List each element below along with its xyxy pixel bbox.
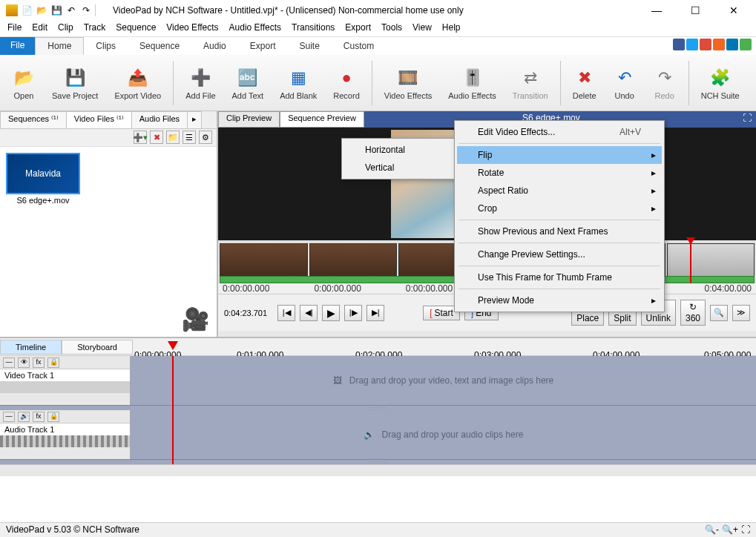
step-back-button[interactable]: ◀| xyxy=(300,305,318,321)
menu-video-effects[interactable]: Video Effects xyxy=(166,22,218,35)
tab-export[interactable]: Export xyxy=(238,37,288,55)
add-file-button[interactable]: ➕Add File xyxy=(178,65,223,102)
tab-custom[interactable]: Custom xyxy=(332,37,386,55)
zoom-out-icon[interactable]: 🔍- xyxy=(705,524,719,536)
bin-options-icon[interactable]: ⚙ xyxy=(199,131,212,144)
tab-clip-preview[interactable]: Clip Preview xyxy=(218,111,280,128)
nch-suite-button[interactable]: 🧩NCH Suite xyxy=(694,65,747,102)
menu-audio-effects[interactable]: Audio Effects xyxy=(229,22,282,35)
twitter-icon[interactable] xyxy=(686,39,698,50)
menu-flip-vertical[interactable]: Vertical xyxy=(344,159,453,177)
audio-track-label[interactable]: Audio Track 1 xyxy=(0,424,130,435)
bin-tab-video-files[interactable]: Video Files ⁽¹⁾ xyxy=(66,111,132,128)
undo-icon[interactable]: ↶ xyxy=(65,4,77,16)
goto-start-button[interactable]: |◀ xyxy=(277,305,295,321)
menu-preview-settings[interactable]: Change Preview Settings... xyxy=(457,246,662,263)
menu-thumb-frame[interactable]: Use This Frame for Thumb Frame xyxy=(457,268,662,286)
transition-button[interactable]: ⇄Transition xyxy=(505,65,556,102)
menu-flip[interactable]: Flip▸ xyxy=(457,146,662,164)
more-button[interactable]: ≫ xyxy=(732,305,750,321)
speaker-icon[interactable]: 🔊 xyxy=(18,412,30,422)
fx-icon[interactable]: fx xyxy=(33,358,45,368)
bin-add-icon[interactable]: ➕▾ xyxy=(134,131,147,144)
tab-storyboard[interactable]: Storyboard xyxy=(62,340,133,355)
lock-icon[interactable]: 🔒 xyxy=(47,412,59,422)
audio-effects-button[interactable]: 🎚️Audio Effects xyxy=(441,65,504,102)
open-button[interactable]: 📂Open xyxy=(4,65,43,102)
tab-suite[interactable]: Suite xyxy=(287,37,331,55)
tab-home[interactable]: Home xyxy=(35,37,84,55)
bin-list-icon[interactable]: ☰ xyxy=(183,131,196,144)
save-icon[interactable]: 💾 xyxy=(50,4,62,16)
eye-icon[interactable]: 👁 xyxy=(18,358,30,368)
track-resize[interactable] xyxy=(0,381,130,393)
zoom-button[interactable]: 🔍 xyxy=(710,305,728,321)
help-icon[interactable] xyxy=(740,39,752,50)
zoom-in-icon[interactable]: 🔍+ xyxy=(722,524,738,536)
menu-view[interactable]: View xyxy=(412,22,432,35)
menu-edit-video-effects[interactable]: Edit Video Effects...Alt+V xyxy=(457,123,662,141)
open-icon[interactable]: 📂 xyxy=(36,4,47,16)
lock-icon[interactable]: 🔒 xyxy=(47,358,59,368)
fx-icon[interactable]: fx xyxy=(33,412,45,422)
timeline-playhead[interactable] xyxy=(172,356,174,464)
clip-thumbnail[interactable]: Malavida S6 edge+.mov xyxy=(6,153,80,205)
menu-aspect-ratio[interactable]: Aspect Ratio▸ xyxy=(457,182,662,200)
tab-clips[interactable]: Clips xyxy=(84,37,128,55)
fit-icon[interactable]: ⛶ xyxy=(741,524,750,536)
filmstrip-playhead[interactable] xyxy=(690,240,691,283)
track-resize[interactable] xyxy=(0,435,130,447)
bin-delete-icon[interactable]: ✖ xyxy=(150,131,163,144)
menu-flip-horizontal[interactable]: Horizontal xyxy=(344,141,453,159)
menu-rotate[interactable]: Rotate▸ xyxy=(457,164,662,182)
menu-clip[interactable]: Clip xyxy=(58,22,73,35)
maximize-button[interactable]: ☐ xyxy=(685,4,706,16)
bin-body[interactable]: Malavida S6 edge+.mov 🎥 xyxy=(0,147,217,337)
bin-tab-more[interactable]: ▸ xyxy=(187,111,202,128)
video-track-label[interactable]: Video Track 1 xyxy=(0,369,130,381)
tab-sequence-preview[interactable]: Sequence Preview xyxy=(280,111,364,128)
360-button[interactable]: ↻360 xyxy=(680,300,706,326)
menu-edit[interactable]: Edit xyxy=(32,22,47,35)
delete-button[interactable]: ✖Delete xyxy=(565,65,604,102)
facebook-icon[interactable] xyxy=(673,39,685,50)
menu-show-frames[interactable]: Show Previous and Next Frames xyxy=(457,223,662,240)
menu-transitions[interactable]: Transitions xyxy=(292,22,335,35)
bin-folder-icon[interactable]: 📁 xyxy=(166,131,180,144)
add-blank-button[interactable]: ▦Add Blank xyxy=(272,65,324,102)
menu-tools[interactable]: Tools xyxy=(381,22,402,35)
minimize-button[interactable]: — xyxy=(646,4,667,16)
menu-sequence[interactable]: Sequence xyxy=(116,22,156,35)
bin-tab-audio-files[interactable]: Audio Files xyxy=(131,111,188,128)
menu-help[interactable]: Help xyxy=(442,22,461,35)
close-button[interactable]: ✕ xyxy=(723,4,744,16)
collapse-icon[interactable]: — xyxy=(3,412,15,422)
undo-button[interactable]: ↶Undo xyxy=(605,65,644,102)
goto-end-button[interactable]: ▶| xyxy=(367,305,384,321)
redo-button[interactable]: ↷Redo xyxy=(645,65,684,102)
record-button[interactable]: ●Record xyxy=(326,65,367,102)
video-effects-button[interactable]: 🎞️Video Effects xyxy=(377,65,439,102)
google-plus-icon[interactable] xyxy=(700,39,711,50)
tab-audio[interactable]: Audio xyxy=(191,37,238,55)
timeline-scrollbar[interactable] xyxy=(0,464,756,476)
tab-sequence[interactable]: Sequence xyxy=(128,37,191,55)
menu-crop[interactable]: Crop▸ xyxy=(457,200,662,217)
preview-expand-icon[interactable]: ⛶ xyxy=(738,111,756,128)
save-project-button[interactable]: 💾Save Project xyxy=(45,65,105,102)
redo-icon[interactable]: ↷ xyxy=(80,4,92,16)
add-text-button[interactable]: 🔤Add Text xyxy=(225,65,272,102)
track-grip[interactable]: :::::: xyxy=(0,460,756,464)
menu-track[interactable]: Track xyxy=(84,22,106,35)
video-track-body[interactable]: 🖼 Drag and drop your video, text and ima… xyxy=(131,356,756,405)
menu-file[interactable]: File xyxy=(7,22,22,35)
collapse-icon[interactable]: — xyxy=(3,358,15,368)
audio-track-body[interactable]: 🔉 Drag and drop your audio clips here xyxy=(131,410,756,459)
bin-tab-sequences[interactable]: Sequences ⁽¹⁾ xyxy=(0,111,67,128)
rss-icon[interactable] xyxy=(713,39,725,50)
linkedin-icon[interactable] xyxy=(726,39,738,50)
new-icon[interactable]: 📄 xyxy=(21,4,33,16)
tab-timeline[interactable]: Timeline xyxy=(0,340,62,355)
export-video-button[interactable]: 📤Export Video xyxy=(107,65,168,102)
menu-export[interactable]: Export xyxy=(345,22,371,35)
